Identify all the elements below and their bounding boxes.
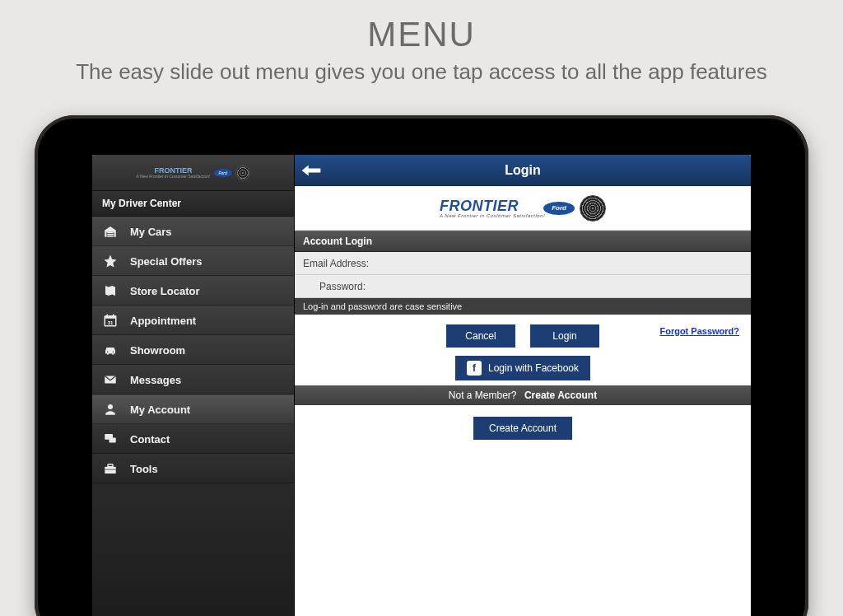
facebook-icon: f	[467, 361, 482, 376]
facebook-login-button[interactable]: f Login with Facebook	[455, 356, 590, 380]
sidebar-item-contact[interactable]: Contact	[92, 424, 294, 454]
sidebar-item-label: Contact	[130, 433, 170, 446]
back-button[interactable]	[295, 163, 328, 178]
facebook-row: f Login with Facebook	[295, 352, 751, 385]
sidebar-item-my-cars[interactable]: My Cars	[92, 217, 294, 246]
titlebar: Login	[295, 155, 751, 186]
ford-oval-icon: Ford	[543, 202, 575, 215]
sidebar-item-label: Appointment	[130, 315, 196, 327]
brand-tagline-mini: A New Frontier in Customer Satisfaction!	[136, 175, 210, 179]
calendar-icon: 31	[102, 313, 119, 328]
sidebar-item-store-locator[interactable]: Store Locator	[92, 276, 294, 306]
star-icon	[102, 254, 119, 268]
tire-icon	[580, 195, 606, 222]
sidebar-item-label: My Account	[130, 404, 190, 416]
password-field-row[interactable]: Password:	[295, 275, 751, 298]
svg-rect-2	[107, 236, 114, 237]
svg-rect-5	[107, 315, 109, 318]
case-sensitive-hint: Log-in and password are case sensitive	[295, 298, 751, 315]
sidebar-item-label: Showroom	[130, 344, 185, 357]
svg-point-9	[113, 352, 114, 353]
sidebar-item-label: Tools	[130, 463, 158, 475]
svg-rect-16	[105, 469, 116, 470]
cancel-button[interactable]: Cancel	[446, 324, 515, 348]
not-member-bar: Not a Member? Create Account	[295, 385, 751, 405]
tire-mini-icon	[235, 166, 250, 180]
envelope-icon	[102, 372, 119, 387]
sidebar-item-appointment[interactable]: 31 Appointment	[92, 306, 294, 335]
brand-name-mini: FRONTIER	[154, 166, 192, 175]
password-label: Password:	[319, 281, 366, 292]
create-account-row: Create Account	[295, 405, 751, 456]
toolbox-icon	[102, 461, 119, 476]
brand-name: FRONTIER	[440, 198, 519, 214]
sidebar-item-messages[interactable]: Messages	[92, 365, 294, 394]
sidebar-item-tools[interactable]: Tools	[92, 454, 294, 483]
garage-icon	[102, 224, 119, 239]
not-member-text: Not a Member?	[449, 390, 517, 401]
svg-text:31: 31	[108, 320, 114, 325]
chat-icon	[102, 432, 119, 446]
svg-rect-15	[108, 464, 113, 467]
sidebar-item-label: Special Offers	[130, 255, 202, 268]
svg-point-8	[107, 352, 109, 353]
svg-rect-13	[109, 438, 116, 443]
map-icon	[102, 283, 119, 298]
sidebar-item-label: My Cars	[130, 226, 172, 238]
sidebar-item-special-offers[interactable]: Special Offers	[92, 246, 294, 276]
main-panel: Login FRONTIERA New Frontier in Customer…	[295, 155, 751, 616]
svg-rect-1	[107, 234, 114, 236]
promo-subtitle: The easy slide out menu gives you one ta…	[0, 54, 843, 101]
account-login-header: Account Login	[295, 231, 751, 252]
create-account-button[interactable]: Create Account	[473, 417, 572, 440]
facebook-login-label: Login with Facebook	[488, 362, 579, 374]
sidebar-item-my-account[interactable]: My Account	[92, 394, 294, 424]
sidebar-section-header: My Driver Center	[92, 191, 294, 217]
svg-rect-4	[105, 316, 116, 319]
ford-oval-mini-icon: Ford	[214, 169, 232, 177]
sidebar-item-label: Store Locator	[130, 285, 200, 297]
page-title: Login	[295, 163, 751, 178]
email-field-row[interactable]: Email Address:	[295, 252, 751, 275]
sidebar-logo: FRONTIERA New Frontier in Customer Satis…	[92, 155, 294, 191]
email-label: Email Address:	[303, 258, 369, 269]
forgot-password-link[interactable]: Forgot Password?	[659, 326, 739, 336]
app-screen: FRONTIERA New Frontier in Customer Satis…	[92, 155, 751, 616]
sidebar-item-showroom[interactable]: Showroom	[92, 335, 294, 365]
svg-rect-14	[105, 467, 116, 474]
tablet-frame: FRONTIERA New Frontier in Customer Satis…	[35, 115, 808, 616]
login-button-row: Cancel Login Forgot Password?	[295, 315, 751, 352]
car-icon	[102, 343, 119, 357]
svg-rect-6	[113, 315, 114, 318]
svg-point-11	[108, 404, 113, 409]
back-arrow-icon	[300, 163, 322, 178]
create-account-label: Create Account	[524, 390, 597, 401]
sidebar-item-label: Messages	[130, 374, 181, 386]
svg-rect-0	[107, 232, 114, 234]
sidebar: FRONTIERA New Frontier in Customer Satis…	[92, 155, 295, 616]
promo-title: MENU	[0, 0, 843, 54]
brand-logo-area: FRONTIERA New Frontier in Customer Satis…	[295, 186, 751, 231]
login-button[interactable]: Login	[530, 324, 599, 348]
person-icon	[102, 402, 119, 417]
brand-tagline: A New Frontier in Customer Satisfaction!	[440, 213, 545, 218]
